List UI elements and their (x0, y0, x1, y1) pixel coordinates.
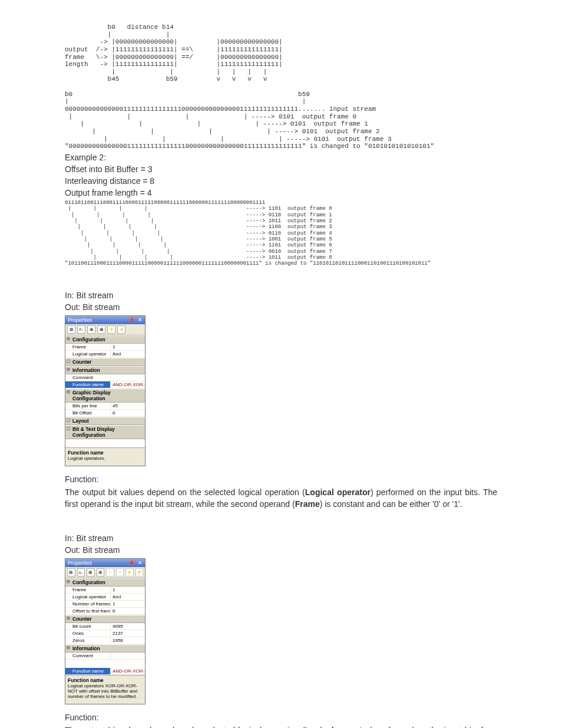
panel1-section-graphic-display[interactable]: Graphic Display Configuration (65, 388, 145, 403)
panel1-section-information[interactable]: Information (65, 366, 145, 374)
interleave-diagram-2: 0111011001110001111000011111000001111110… (65, 200, 497, 261)
panel2-row-ones[interactable]: Ones 2137 (65, 630, 145, 637)
panel2-section-information[interactable]: Information (65, 644, 145, 653)
prop-page-icon[interactable]: ▣ (87, 325, 95, 334)
nav-icon[interactable]: ⇐ (106, 568, 114, 577)
function-label-1: Function: (65, 475, 497, 484)
io-in-label-2: In: Bit stream (65, 533, 497, 543)
panel2-titlebar: Properties 📌 ✕ (65, 559, 145, 567)
panel1-row-bits-per-line[interactable]: Bits per line 45 (65, 403, 145, 410)
panel1-desc-body: Logical operators. (68, 456, 105, 461)
example2-line-offset: Offset into Bit Buffer = 3 (65, 164, 497, 174)
prop-page-icon[interactable]: ▣ (87, 568, 95, 577)
function-description-1: The output bit values depend on the sele… (65, 486, 497, 510)
panel2-desc-title: Function name (68, 677, 103, 683)
example2-line-framelen: Output frame length = 4 (65, 188, 497, 197)
panel2-row-number-of-frames[interactable]: Number of frames 1 (65, 601, 145, 608)
panel1-title-text: Properties (68, 317, 92, 323)
io-in-label-1: In: Bit stream (65, 291, 497, 300)
io-out-label-2: Out: Bit stream (65, 545, 497, 555)
sort-icon[interactable]: A↓ (77, 325, 85, 334)
panel2-row-logical-operator[interactable]: Logical operator And (65, 594, 145, 601)
nav-icon-4[interactable]: ⚡ (135, 568, 144, 577)
diagram2-footer: "101100111000111100001111100000111111000… (65, 261, 497, 266)
close-icon[interactable]: ✕ (138, 317, 143, 323)
example2-line-distance: Interleaving distance = 8 (65, 176, 497, 186)
panel2-row-bit-count[interactable]: Bit count 4095 (65, 623, 145, 630)
panel1-desc-title: Function name (68, 450, 103, 456)
lightning-icon-2[interactable]: ⚡ (117, 325, 125, 334)
panel1-section-configuration[interactable]: Configuration (65, 335, 145, 344)
panel1-description: Function name Logical operators. (65, 447, 145, 466)
panel2-section-counter[interactable]: Counter (65, 615, 145, 623)
panel2-row-function-name[interactable]: Function name AND-OR-XOR-NOT (65, 668, 145, 675)
close-icon[interactable]: ✕ (138, 560, 143, 566)
diagram1-footer: "000000000000000111111111111111000000000… (65, 143, 497, 150)
panel1-section-bit-text-display[interactable]: Bit & Text Display Configuration (65, 425, 145, 439)
panel2-section-configuration[interactable]: Configuration (65, 578, 145, 587)
panel2-desc-body: Logical operators XOR-OR-XOR-NOT with of… (68, 683, 137, 699)
panel1-toolbar: ▦ A↓ ▣ ▣ ⚡ ⚡ (65, 324, 145, 335)
prop-page-icon-2[interactable]: ▣ (97, 568, 105, 577)
example2-heading: Example 2: (65, 153, 497, 162)
panel2-row-offset-to-first-frame[interactable]: Offset to first frame 0 (65, 608, 145, 615)
panel2-row-zeros[interactable]: Zeros 1958 (65, 637, 145, 644)
panel1-titlebar: Properties 📌 ✕ (65, 316, 145, 324)
function-label-2: Function: (65, 713, 497, 722)
panel1-section-counter[interactable]: Counter (65, 358, 145, 366)
nav-icon-3[interactable]: ⚡ (125, 568, 134, 577)
panel1-row-comment[interactable]: Comment (65, 374, 145, 381)
panel1-section-layout[interactable]: Layout (65, 417, 145, 425)
pin-icon[interactable]: 📌 (128, 560, 134, 566)
panel2-row-frame[interactable]: Frame 1 (65, 587, 145, 594)
function-description-2: The output bit values depend on the sele… (65, 724, 497, 728)
interleave-diagram-1: b0 distance b14 | | -> |000000000000000|… (65, 24, 497, 143)
nav-icon-2[interactable]: ⇒ (116, 568, 124, 577)
panel1-row-frame[interactable]: Frame 1 (65, 344, 145, 351)
panel2-row-comment[interactable]: Comment (65, 653, 145, 660)
io-out-label-1: Out: Bit stream (65, 302, 497, 312)
panel2-description: Function name Logical operators XOR-OR-X… (65, 675, 145, 704)
prop-page-icon-2[interactable]: ▣ (97, 325, 105, 334)
panel1-row-bit-offset[interactable]: Bit Offset 0 (65, 410, 145, 417)
lightning-icon[interactable]: ⚡ (107, 325, 115, 334)
categorize-icon[interactable]: ▦ (67, 568, 75, 577)
panel1-row-logical-operator[interactable]: Logical operator And (65, 351, 145, 358)
sort-icon[interactable]: A↓ (77, 568, 85, 577)
categorize-icon[interactable]: ▦ (67, 325, 75, 334)
panel2-title-text: Properties (68, 560, 92, 566)
panel1-row-function-name[interactable]: Function name AND-OR-XOR-NOT (65, 381, 145, 388)
properties-panel-2: Properties 📌 ✕ ▦ A↓ ▣ ▣ ⇐ ⇒ ⚡ ⚡ Configur… (65, 558, 146, 704)
panel2-toolbar: ▦ A↓ ▣ ▣ ⇐ ⇒ ⚡ ⚡ (65, 567, 145, 578)
properties-panel-1: Properties 📌 ✕ ▦ A↓ ▣ ▣ ⚡ ⚡ Configuratio… (65, 315, 146, 466)
pin-icon[interactable]: 📌 (128, 317, 134, 323)
